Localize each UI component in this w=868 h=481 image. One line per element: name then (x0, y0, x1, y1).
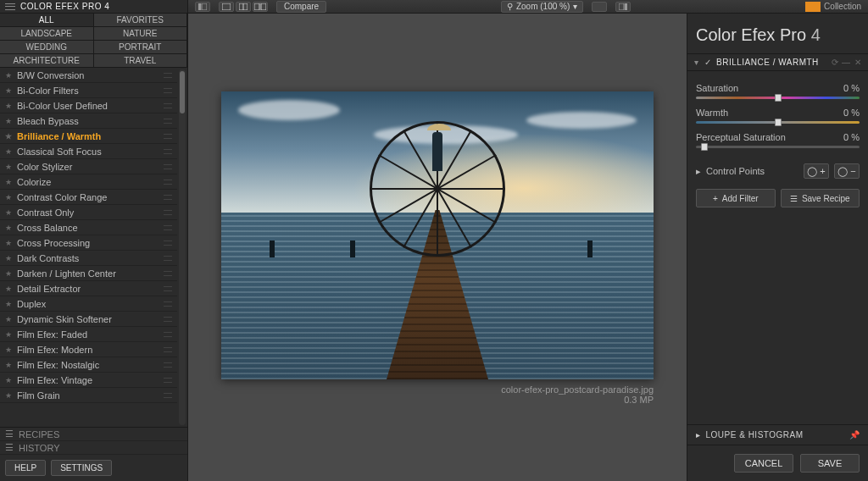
preset-stack-icon[interactable] (164, 180, 172, 185)
category-tab-portrait[interactable]: PORTRAIT (94, 41, 188, 54)
filter-item[interactable]: ★Film Grain (0, 388, 177, 403)
view-split-v-icon[interactable] (236, 2, 251, 12)
filter-item[interactable]: ★Contrast Only (0, 205, 177, 220)
filter-item[interactable]: ★Classical Soft Focus (0, 144, 177, 159)
category-tab-landscape[interactable]: LANDSCAPE (0, 27, 94, 41)
image-preview[interactable] (221, 91, 654, 379)
favorite-star-icon[interactable]: ★ (5, 132, 12, 141)
control-point-remove-button[interactable]: ◯ − (834, 163, 860, 179)
background-color-icon[interactable] (592, 2, 607, 12)
slider-thumb[interactable] (775, 94, 782, 102)
preset-stack-icon[interactable] (164, 347, 172, 352)
loupe-histogram-row[interactable]: ▸ LOUPE & HISTOGRAM 📌 (687, 424, 868, 445)
preset-stack-icon[interactable] (164, 256, 172, 261)
menu-icon[interactable] (5, 3, 15, 10)
favorite-star-icon[interactable]: ★ (5, 178, 12, 186)
preset-stack-icon[interactable] (164, 225, 172, 230)
favorite-star-icon[interactable]: ★ (5, 254, 12, 263)
favorite-star-icon[interactable]: ★ (5, 269, 12, 278)
category-tab-travel[interactable]: TRAVEL (94, 54, 188, 68)
add-filter-button[interactable]: + Add Filter (696, 189, 776, 207)
preset-stack-icon[interactable] (164, 378, 172, 383)
filter-section-header[interactable]: ▾ ✓ BRILLIANCE / WARMTH ⟳ — ✕ (687, 53, 868, 71)
favorite-star-icon[interactable]: ★ (5, 208, 12, 217)
preset-stack-icon[interactable] (164, 301, 172, 307)
filter-item[interactable]: ★Bi-Color Filters (0, 83, 177, 98)
filter-item[interactable]: ★Cross Processing (0, 235, 177, 251)
category-tab-all[interactable]: ALL (0, 14, 94, 27)
preset-stack-icon[interactable] (164, 88, 172, 93)
filter-item[interactable]: ★Cross Balance (0, 220, 177, 235)
favorite-star-icon[interactable]: ★ (5, 224, 12, 232)
favorite-star-icon[interactable]: ★ (5, 102, 12, 110)
favorite-star-icon[interactable]: ★ (5, 147, 12, 156)
panel-toggle-right-icon[interactable] (615, 2, 631, 12)
compare-button[interactable]: Compare (276, 1, 326, 13)
scroll-thumb[interactable] (180, 71, 185, 113)
save-button[interactable]: SAVE (800, 454, 860, 473)
filter-item[interactable]: ★Bi-Color User Defined (0, 98, 177, 113)
favorite-star-icon[interactable]: ★ (5, 193, 12, 202)
cancel-button[interactable]: CANCEL (734, 454, 793, 473)
preset-stack-icon[interactable] (164, 240, 172, 246)
favorite-star-icon[interactable]: ★ (5, 117, 12, 125)
preset-stack-icon[interactable] (164, 195, 172, 200)
preset-stack-icon[interactable] (164, 332, 172, 337)
filter-scrollbar[interactable] (179, 69, 186, 425)
preset-stack-icon[interactable] (164, 164, 172, 169)
favorite-star-icon[interactable]: ★ (5, 361, 12, 369)
preset-stack-icon[interactable] (164, 317, 172, 322)
filter-item[interactable]: ★Darken / Lighten Center (0, 266, 177, 281)
preset-stack-icon[interactable] (164, 393, 172, 398)
control-points-row[interactable]: ▸ Control Points ◯ + ◯ − (687, 158, 868, 184)
reset-icon[interactable]: ⟳ (832, 58, 839, 67)
preset-stack-icon[interactable] (164, 103, 172, 108)
filter-item[interactable]: ★Film Efex: Vintage (0, 373, 177, 388)
favorite-star-icon[interactable]: ★ (5, 376, 12, 384)
history-row[interactable]: ☰ HISTORY (0, 441, 187, 455)
favorite-star-icon[interactable]: ★ (5, 163, 12, 171)
checkmark-icon[interactable]: ✓ (704, 58, 712, 67)
filter-item[interactable]: ★Color Stylizer (0, 159, 177, 174)
close-icon[interactable]: ✕ (854, 58, 862, 67)
pin-icon[interactable]: 📌 (849, 430, 860, 440)
filter-item[interactable]: ★Film Efex: Nostalgic (0, 357, 177, 373)
preset-stack-icon[interactable] (164, 149, 172, 154)
filter-item[interactable]: ★B/W Conversion (0, 68, 177, 83)
filter-item[interactable]: ★Duplex (0, 296, 177, 312)
favorite-star-icon[interactable]: ★ (5, 315, 12, 323)
view-side-icon[interactable] (253, 2, 268, 12)
favorite-star-icon[interactable]: ★ (5, 300, 12, 308)
filter-item[interactable]: ★Dynamic Skin Softener (0, 312, 177, 327)
preset-stack-icon[interactable] (164, 286, 172, 291)
filter-item[interactable]: ★Brilliance / Warmth (0, 129, 177, 144)
preset-stack-icon[interactable] (164, 210, 172, 215)
help-button[interactable]: HELP (5, 460, 46, 476)
filter-item[interactable]: ★Detail Extractor (0, 281, 177, 296)
filter-item[interactable]: ★Contrast Color Range (0, 190, 177, 205)
preset-stack-icon[interactable] (164, 271, 172, 276)
filter-item[interactable]: ★Bleach Bypass (0, 113, 177, 129)
slider-track[interactable] (696, 97, 860, 99)
filter-item[interactable]: ★Colorize (0, 174, 177, 190)
filter-item[interactable]: ★Film Efex: Faded (0, 327, 177, 342)
favorite-star-icon[interactable]: ★ (5, 330, 12, 339)
favorite-star-icon[interactable]: ★ (5, 285, 12, 293)
category-tab-favorites[interactable]: FAVORITES (94, 14, 188, 27)
control-point-add-button[interactable]: ◯ + (804, 163, 829, 179)
filter-item[interactable]: ★Dark Contrasts (0, 251, 177, 266)
zoom-button[interactable]: ⚲ Zoom (100 %) ▾ (501, 1, 583, 13)
slider-thumb[interactable] (775, 119, 782, 126)
favorite-star-icon[interactable]: ★ (5, 71, 12, 80)
preset-stack-icon[interactable] (164, 119, 172, 124)
slider-track[interactable] (696, 121, 860, 124)
collapse-icon[interactable]: — (842, 58, 851, 67)
save-recipe-button[interactable]: ☰ Save Recipe (781, 189, 860, 207)
settings-button[interactable]: SETTINGS (51, 460, 112, 476)
slider-thumb[interactable] (701, 143, 708, 151)
view-single-icon[interactable] (219, 2, 234, 12)
preset-stack-icon[interactable] (164, 73, 172, 78)
panel-toggle-left-icon[interactable] (195, 2, 210, 12)
favorite-star-icon[interactable]: ★ (5, 239, 12, 247)
filter-item[interactable]: ★Film Efex: Modern (0, 342, 177, 357)
